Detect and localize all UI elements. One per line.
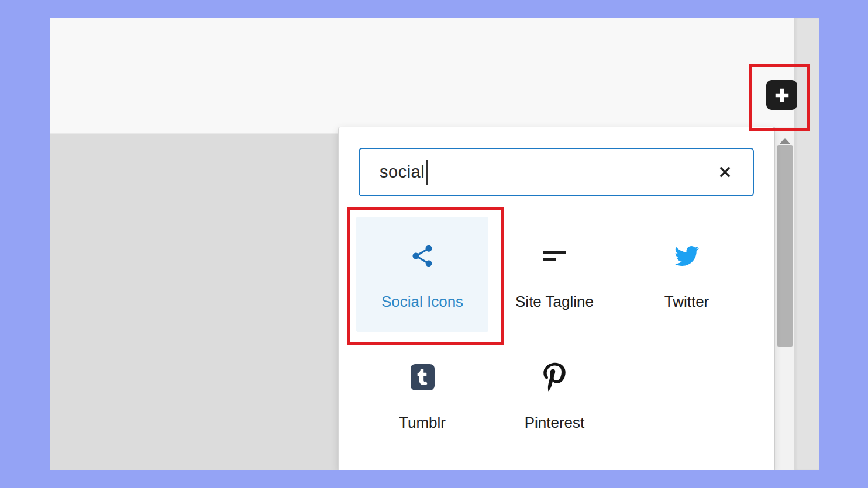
triangle-up-icon xyxy=(779,138,791,144)
window-edge-strip xyxy=(794,18,819,470)
site-tagline-icon xyxy=(543,251,566,261)
search-input-value: social xyxy=(380,162,425,182)
block-item-social-icons[interactable]: Social Icons xyxy=(356,217,488,332)
block-item-label: Social Icons xyxy=(381,293,463,311)
block-inserter-popover: social Soci xyxy=(338,127,774,470)
browser-viewport: social Soci xyxy=(50,18,819,470)
tumblr-icon xyxy=(411,364,435,390)
scroll-up-button[interactable] xyxy=(775,127,794,144)
pinterest-icon xyxy=(543,362,566,392)
empty-grid-cell xyxy=(621,338,753,453)
block-item-label: Tumblr xyxy=(399,414,446,432)
page-background: { "toolbar": { "add_block_button": { "ic… xyxy=(0,0,868,488)
clear-search-button[interactable] xyxy=(713,161,736,184)
plus-icon xyxy=(771,85,793,106)
block-item-label: Site Tagline xyxy=(515,293,594,311)
block-item-twitter[interactable]: Twitter xyxy=(621,217,753,332)
block-item-label: Pinterest xyxy=(525,414,585,432)
scrollbar-thumb[interactable] xyxy=(777,145,793,347)
block-item-site-tagline[interactable]: Site Tagline xyxy=(488,217,621,332)
text-cursor xyxy=(426,160,428,185)
add-block-button[interactable] xyxy=(766,80,797,110)
block-search-input[interactable]: social xyxy=(359,148,754,196)
block-item-pinterest[interactable]: Pinterest xyxy=(488,338,621,453)
twitter-bird-icon xyxy=(672,244,701,268)
block-item-tumblr[interactable]: Tumblr xyxy=(356,338,488,453)
editor-header-area xyxy=(50,18,819,133)
share-icon xyxy=(409,243,435,269)
x-icon xyxy=(718,165,732,179)
block-results-grid: Social Icons Site Tagline xyxy=(356,217,753,453)
block-item-label: Twitter xyxy=(664,293,709,311)
scrollbar[interactable] xyxy=(774,127,795,470)
